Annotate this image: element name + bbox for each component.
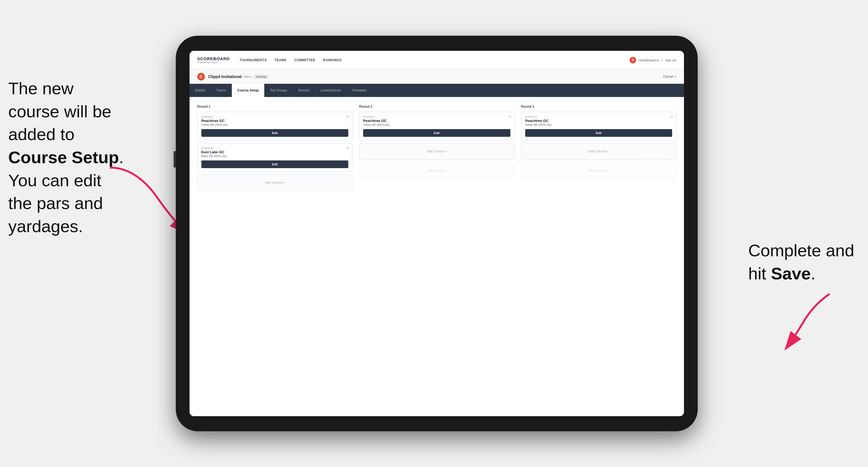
top-nav: SCOREBOARD Powered by clippd TOURNAMENTS… xyxy=(189,51,684,69)
sign-out-link[interactable]: Sign out xyxy=(665,59,676,62)
round-3-column: Round 3 ⊙ (Course A) Peachtree GC Yellow… xyxy=(521,105,676,416)
annotation-right: Complete and hit Save. xyxy=(748,239,854,285)
round1-course-b-tee: Black (M) (6891 yds) xyxy=(202,155,348,158)
status-badge: Hosting xyxy=(254,74,268,79)
annotation-line7: yardages. xyxy=(8,217,83,236)
brand-powered: Powered by clippd xyxy=(197,61,229,64)
annotation-line1: The new xyxy=(8,79,73,98)
round3-course-a-edit-button[interactable]: Edit xyxy=(525,129,672,137)
brand: SCOREBOARD Powered by clippd xyxy=(197,56,229,64)
round1-course-a-badge: (Course A) xyxy=(202,115,348,118)
round3-course-a-name: Peachtree GC xyxy=(525,119,672,123)
round3-course-a-delete-icon[interactable]: ⊙ xyxy=(670,114,673,119)
round2-course-a-tee: Yellow (M) (6629 yds) xyxy=(363,123,510,126)
annotation-line6: the pars and xyxy=(8,194,103,213)
round3-add-course-button[interactable]: Add Course + xyxy=(521,143,676,160)
round2-add-course-button[interactable]: Add Course + xyxy=(359,143,514,160)
cancel-button[interactable]: Cancel × xyxy=(663,75,676,79)
round3-add-course-extra-button: Add Course + xyxy=(521,162,676,179)
round-2-label: Round 2 xyxy=(359,105,514,108)
annotation-line4-bold: Course Setup xyxy=(8,148,119,167)
nav-committee[interactable]: COMMITTEE xyxy=(294,57,315,63)
round-1-column: Round 1 ⊙ (Course A) Peachtree GC Yellow… xyxy=(197,105,352,416)
tablet-screen: SCOREBOARD Powered by clippd TOURNAMENTS… xyxy=(189,51,684,416)
annotation-right-line2-plain: hit xyxy=(748,264,771,283)
tab-leaderboards[interactable]: Leaderboards xyxy=(315,84,347,97)
sub-header: C Clippd Invitational (Men) Hosting Canc… xyxy=(189,69,684,84)
round1-course-b-badge: (Course B) xyxy=(202,147,348,150)
round2-add-course-extra-button: Add Course + xyxy=(359,162,514,179)
round2-course-a-name: Peachtree GC xyxy=(363,119,510,123)
round1-course-a-tee: Yellow (M) (6629 yds) xyxy=(202,123,348,126)
round2-course-a-card: ⊙ (Course A) Peachtree GC Yellow (M) (66… xyxy=(359,112,514,141)
round3-course-a-badge: (Course A) xyxy=(525,115,672,118)
nav-tournaments[interactable]: TOURNAMENTS xyxy=(240,57,267,63)
round3-course-a-tee: Yellow (M) (6629 yds) xyxy=(525,123,672,126)
arrow-right-icon xyxy=(758,288,835,354)
nav-separator: | xyxy=(662,59,662,62)
tab-course-setup[interactable]: Course Setup xyxy=(232,84,265,97)
round1-add-course-button[interactable]: Add Course + xyxy=(197,175,352,191)
gender-badge: (Men) xyxy=(244,75,252,78)
nav-links: TOURNAMENTS TEAMS COMMITTEE RANKINGS xyxy=(240,57,629,63)
round1-course-b-edit-button[interactable]: Edit xyxy=(202,160,348,168)
round1-course-b-card: ⊙ (Course B) East Lake GC Black (M) (689… xyxy=(197,143,352,172)
round1-course-b-delete-icon[interactable]: ⊙ xyxy=(346,146,349,150)
round2-course-a-badge: (Course A) xyxy=(363,115,510,118)
brand-name: SCOREBOARD xyxy=(197,56,229,61)
user-email: blair@clippd.io xyxy=(639,59,659,62)
annotation-line3: added to xyxy=(8,125,74,144)
tournament-name: Clippd Invitational xyxy=(208,74,242,79)
tab-tee-groups[interactable]: Tee Groups xyxy=(265,84,293,97)
round-1-label: Round 1 xyxy=(197,105,352,108)
tab-results[interactable]: Results xyxy=(293,84,315,97)
round2-course-a-delete-icon[interactable]: ⊙ xyxy=(508,114,512,119)
tab-bar: Details Teams Course Setup Tee Groups Re… xyxy=(189,84,684,97)
round1-course-b-name: East Lake GC xyxy=(202,150,348,154)
round-3-label: Round 3 xyxy=(521,105,676,108)
nav-rankings[interactable]: RANKINGS xyxy=(323,57,342,63)
annotation-line5: You can edit xyxy=(8,171,101,190)
main-content: Round 1 ⊙ (Course A) Peachtree GC Yellow… xyxy=(189,97,684,416)
user-avatar: B xyxy=(629,57,636,63)
nav-teams[interactable]: TEAMS xyxy=(274,57,287,63)
tablet-frame: SCOREBOARD Powered by clippd TOURNAMENTS… xyxy=(176,36,698,431)
round2-course-a-edit-button[interactable]: Edit xyxy=(363,129,510,137)
round3-course-a-card: ⊙ (Course A) Peachtree GC Yellow (M) (66… xyxy=(521,112,676,141)
round1-course-a-card: ⊙ (Course A) Peachtree GC Yellow (M) (66… xyxy=(197,112,352,141)
annotation-right-line1: Complete and xyxy=(748,241,854,260)
nav-right: B blair@clippd.io | Sign out xyxy=(629,57,676,63)
rounds-grid: Round 1 ⊙ (Course A) Peachtree GC Yellow… xyxy=(197,105,676,416)
annotation-right-bold: Save xyxy=(771,264,811,283)
tab-teams[interactable]: Teams xyxy=(211,84,232,97)
round1-course-a-delete-icon[interactable]: ⊙ xyxy=(346,114,349,119)
tab-printables[interactable]: Printables xyxy=(347,84,372,97)
round1-course-a-name: Peachtree GC xyxy=(202,119,348,123)
tab-details[interactable]: Details xyxy=(189,84,211,97)
sub-logo: C xyxy=(197,73,205,81)
round1-course-a-edit-button[interactable]: Edit xyxy=(202,129,348,137)
annotation-line2: course will be xyxy=(8,102,112,121)
round-2-column: Round 2 ⊙ (Course A) Peachtree GC Yellow… xyxy=(359,105,514,416)
